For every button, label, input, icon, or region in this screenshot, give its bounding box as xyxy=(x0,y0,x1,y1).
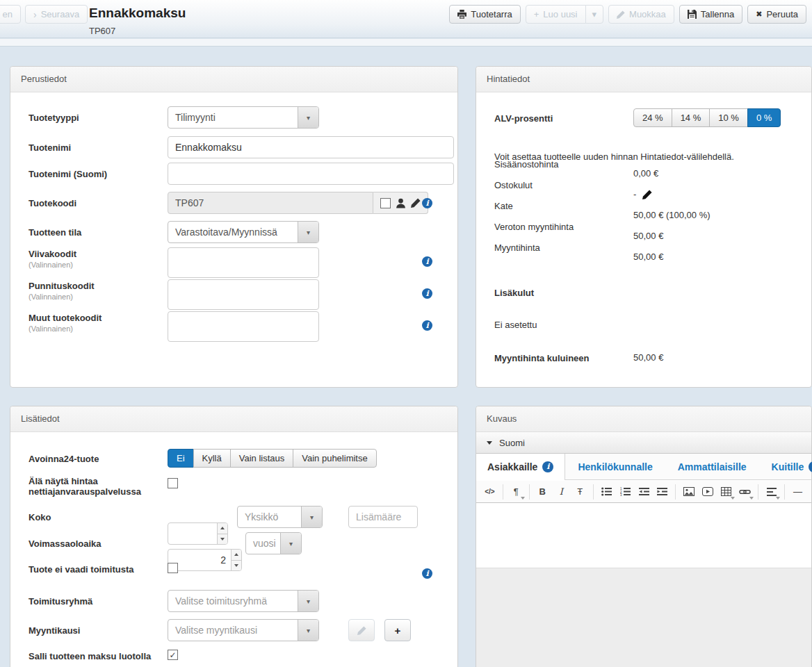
salli-label: Salli tuotteen maksu luotolla xyxy=(29,651,450,661)
luo-uusi-button[interactable]: + Luo uusi xyxy=(526,5,586,24)
insert-video-button[interactable] xyxy=(698,483,717,501)
toolbar-separator xyxy=(503,484,503,500)
avoinna24-option-ei[interactable]: Ei xyxy=(168,449,194,468)
tallenna-button[interactable]: Tallenna xyxy=(679,5,742,24)
plus-icon: + xyxy=(395,625,401,636)
italic-button[interactable]: I xyxy=(552,483,571,501)
muut-tuotekoodit-textarea[interactable] xyxy=(168,311,319,342)
avoinna24-option-vain-listaus[interactable]: Vain listaus xyxy=(230,449,294,468)
align-left-icon xyxy=(767,488,777,496)
alv-option-10[interactable]: 10 % xyxy=(709,108,748,127)
pencil-icon[interactable] xyxy=(642,190,652,199)
peruuta-label: Peruuta xyxy=(766,9,798,19)
unordered-list-button[interactable] xyxy=(597,483,616,501)
tuotetyyppi-select[interactable]: Tilimyynti ▾ xyxy=(168,106,319,129)
tab-kuitille[interactable]: Kuitille i xyxy=(772,454,812,479)
toimitusryhma-placeholder: Valitse toimitusryhmä xyxy=(168,591,298,611)
language-collapse-bar[interactable]: Suomi xyxy=(476,432,811,454)
align-button[interactable] xyxy=(762,483,781,501)
info-icon[interactable]: i xyxy=(422,198,432,208)
info-icon[interactable]: i xyxy=(422,288,432,299)
viivakoodit-textarea[interactable] xyxy=(168,247,319,278)
paragraph-format-button[interactable]: ¶ xyxy=(507,483,526,501)
punnituskoodit-textarea[interactable] xyxy=(168,279,319,310)
spinner-up-button[interactable] xyxy=(232,550,241,561)
voimassaoloaika-unit-select[interactable]: vuosi ▾ xyxy=(245,532,302,554)
ala-nayta-checkbox[interactable] xyxy=(168,478,178,488)
tuotenimi-input[interactable] xyxy=(168,136,454,158)
editor-content-area[interactable] xyxy=(476,504,811,568)
person-icon[interactable] xyxy=(396,198,406,208)
caret-down-icon: ▾ xyxy=(298,620,318,641)
unordered-list-icon xyxy=(601,487,612,496)
myyntikausi-edit-button[interactable] xyxy=(348,619,375,641)
toimitusryhma-select[interactable]: Valitse toimitusryhmä ▾ xyxy=(168,590,319,612)
previous-button[interactable]: en xyxy=(0,5,21,24)
avoinna24-option-kylla[interactable]: Kyllä xyxy=(193,449,231,468)
info-icon[interactable]: i xyxy=(809,461,812,472)
tab-asiakkaille[interactable]: Asiakkaille i xyxy=(476,454,565,480)
myyntikausi-select[interactable]: Valitse myyntikausi ▾ xyxy=(168,619,319,641)
page-header: Ennakkomaksu TP607 xyxy=(89,6,186,36)
insert-table-button[interactable] xyxy=(717,483,736,501)
tab-ammattilaisille[interactable]: Ammattilaisille xyxy=(678,454,747,479)
tuotetarra-button[interactable]: Tuotetarra xyxy=(449,5,521,24)
caret-down-icon: ▾ xyxy=(301,507,322,527)
tuotekoodi-input[interactable] xyxy=(168,192,373,214)
field-tuotenimi: Tuotenimi xyxy=(29,136,450,153)
total-row: Myyntihinta kuluineen 50,00 € xyxy=(494,352,804,364)
next-button[interactable]: › Seuraava xyxy=(25,5,88,24)
alv-option-14[interactable]: 14 % xyxy=(672,108,710,127)
ordered-list-button[interactable]: 123 xyxy=(616,483,635,501)
salli-checkbox[interactable]: ✓ xyxy=(168,650,178,660)
arrow-up-icon xyxy=(234,553,238,556)
panel-kuvaus: Kuvaus Suomi Asiakkaille i Henkilökunnal… xyxy=(476,406,812,667)
yksikko-select[interactable]: Yksikkö ▾ xyxy=(237,506,323,528)
peruuta-button[interactable]: ✖ Peruuta xyxy=(747,5,806,24)
bold-button[interactable]: B xyxy=(533,483,552,501)
info-icon[interactable]: i xyxy=(422,256,432,267)
alv-option-24[interactable]: 24 % xyxy=(633,108,672,127)
price-value: 50,00 € xyxy=(633,231,663,242)
code-view-button[interactable]: </> xyxy=(480,483,499,501)
toolbar-separator xyxy=(675,484,676,500)
avoinna24-option-vain-puhelimitse[interactable]: Vain puhelimitse xyxy=(293,449,376,468)
luo-uusi-dropdown-button[interactable]: ▾ xyxy=(585,5,604,24)
tuotekoodi-addon xyxy=(373,192,428,214)
indent-button[interactable] xyxy=(653,483,672,501)
pencil-icon[interactable] xyxy=(411,198,421,208)
caret-down-icon xyxy=(749,497,754,500)
tuotenimi-suomi-input[interactable] xyxy=(168,163,454,185)
horizontal-rule-button[interactable]: — xyxy=(788,483,807,501)
strikethrough-button[interactable]: Ŧ xyxy=(571,483,590,501)
info-icon[interactable]: i xyxy=(542,461,553,472)
field-viivakoodit: Viivakoodit (Valinnainen) i xyxy=(29,247,450,269)
lisamaare-input[interactable] xyxy=(348,506,418,528)
muokkaa-button[interactable]: Muokkaa xyxy=(608,5,674,24)
insert-video-icon xyxy=(702,487,713,496)
info-icon[interactable]: i xyxy=(422,320,432,331)
tuotteen-tila-select[interactable]: Varastoitava/Myynnissä ▾ xyxy=(168,221,319,243)
toolbar-separator xyxy=(784,484,785,500)
tab-henkilokunnalle[interactable]: Henkilökunnalle xyxy=(578,454,652,479)
total-value: 50,00 € xyxy=(633,352,663,363)
lisakulut-label: Lisäkulut xyxy=(494,288,804,298)
info-icon[interactable]: i xyxy=(422,568,432,579)
plus-icon: + xyxy=(534,9,539,19)
tuotekoodi-auto-checkbox[interactable] xyxy=(380,198,391,208)
insert-image-button[interactable] xyxy=(679,483,698,501)
page-subtitle: TP607 xyxy=(89,26,186,36)
insert-link-button[interactable] xyxy=(736,483,754,501)
alv-option-0[interactable]: 0 % xyxy=(747,108,781,127)
tuote-ei-vaadi-checkbox[interactable] xyxy=(168,563,178,573)
caret-down-icon xyxy=(487,441,492,445)
caret-down-icon: ▾ xyxy=(592,9,597,19)
strikethrough-icon: Ŧ xyxy=(577,486,583,497)
myyntikausi-add-button[interactable]: + xyxy=(384,619,411,641)
outdent-button[interactable] xyxy=(635,483,653,501)
next-button-label: Seuraava xyxy=(41,9,80,19)
luo-uusi-label: Luo uusi xyxy=(543,9,577,19)
pencil-icon xyxy=(617,10,625,19)
price-label: Veroton myyntihinta xyxy=(494,222,574,232)
action-buttons: Tuotetarra + Luo uusi ▾ Muokkaa Tallenna… xyxy=(449,5,806,24)
